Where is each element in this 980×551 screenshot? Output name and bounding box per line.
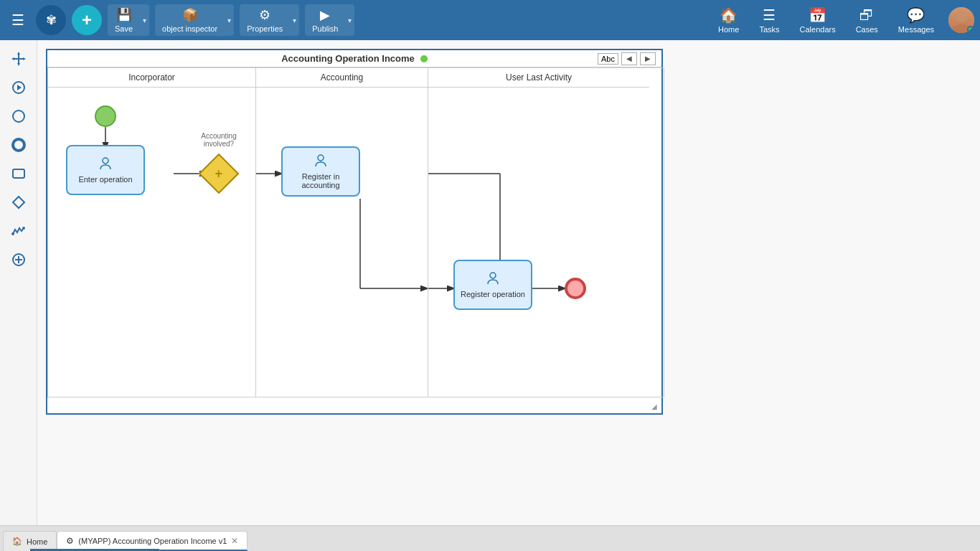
user-avatar[interactable]: [948, 7, 974, 33]
tab-close-button[interactable]: ✕: [231, 537, 238, 545]
save-icon: 💾: [116, 7, 132, 23]
properties-button[interactable]: ⚙ Properties: [240, 4, 290, 36]
tab-home[interactable]: 🏠 Home: [3, 531, 57, 551]
add-button[interactable]: +: [72, 5, 102, 35]
zoom-in-btn[interactable]: ▶: [640, 52, 656, 65]
publish-dropdown[interactable]: ▾: [345, 17, 354, 24]
register-accounting-icon: [314, 154, 328, 171]
register-operation-task[interactable]: Register operation: [453, 260, 532, 310]
canvas-area[interactable]: Accounting Operation Income Abc ◀ ▶ Inco…: [37, 40, 980, 525]
start-event[interactable]: [95, 105, 116, 127]
svg-point-0: [956, 11, 967, 22]
diagram-controls: Abc ◀ ▶: [598, 52, 656, 65]
add-tool[interactable]: [6, 247, 32, 273]
active-tab-label: (MYAPP) Accounting Operation Income v1: [78, 537, 227, 545]
thick-circle-tool[interactable]: [6, 132, 32, 158]
calendars-nav-button[interactable]: 📅 Calendars: [794, 4, 842, 37]
save-dropdown[interactable]: ▾: [140, 17, 149, 24]
accounting-svg: [256, 88, 428, 397]
diagram-container: Accounting Operation Income Abc ◀ ▶ Inco…: [46, 49, 663, 415]
svg-marker-4: [17, 52, 20, 55]
toolbar-left: ☰ ✾ + 💾 Save ▾ 📦 object inspector ▾ ⚙: [6, 4, 710, 36]
svg-rect-12: [13, 169, 24, 178]
svg-marker-9: [17, 85, 22, 90]
logo-icon: ✾: [46, 12, 57, 28]
save-button[interactable]: 💾 Save: [108, 4, 140, 36]
lane-user-content: Register operation: [428, 88, 649, 397]
bottom-tabbar: 🏠 Home ⚙ (MYAPP) Accounting Operation In…: [0, 525, 980, 551]
tab-active[interactable]: ⚙ (MYAPP) Accounting Operation Income v1…: [57, 531, 248, 551]
end-event[interactable]: [565, 278, 586, 299]
publish-group: ▶ Publish ▾: [305, 4, 354, 36]
properties-dropdown[interactable]: ▾: [290, 17, 299, 24]
svg-point-21: [103, 158, 108, 164]
lane-incorporator: Incorporator: [48, 68, 256, 397]
main-area: Accounting Operation Income Abc ◀ ▶ Inco…: [0, 40, 980, 525]
properties-icon: ⚙: [259, 7, 270, 23]
register-operation-label: Register operation: [461, 290, 525, 298]
home-nav-button[interactable]: 🏠 Home: [712, 4, 745, 37]
hamburger-button[interactable]: ☰: [6, 6, 30, 34]
user-task-icon: [98, 156, 113, 174]
object-inspector-dropdown[interactable]: ▾: [225, 17, 234, 24]
rectangle-tool[interactable]: [6, 161, 32, 187]
publish-button[interactable]: ▶ Publish: [305, 4, 345, 36]
diagram-header: Accounting Operation Income Abc ◀ ▶: [47, 50, 661, 67]
object-inspector-icon: 📦: [182, 7, 198, 23]
home-tab-icon: 🏠: [12, 537, 22, 546]
accounting-gateway[interactable]: +: [199, 154, 240, 194]
register-in-accounting-label: Register in accounting: [283, 172, 359, 189]
svg-marker-6: [11, 57, 14, 60]
status-indicator: [420, 55, 428, 62]
save-label: Save: [115, 24, 133, 33]
toolbar-right: 🏠 Home ☰ Tasks 📅 Calendars 🗗 Cases 💬 Mes…: [712, 4, 974, 37]
publish-icon: ▶: [320, 7, 330, 23]
svg-point-25: [318, 155, 324, 161]
home-icon: 🏠: [720, 6, 738, 24]
tasks-nav-button[interactable]: ☰ Tasks: [753, 4, 785, 37]
cases-nav-button[interactable]: 🗗 Cases: [850, 4, 884, 37]
lane-incorporator-header: Incorporator: [48, 68, 255, 88]
object-inspector-button[interactable]: 📦 object inspector: [155, 4, 225, 36]
save-group: 💾 Save ▾: [108, 4, 149, 36]
publish-label: Publish: [312, 24, 338, 33]
diagram-title: Accounting Operation Income: [281, 53, 415, 64]
online-indicator: [967, 26, 974, 33]
messages-nav-label: Messages: [898, 25, 934, 34]
calendars-icon: 📅: [809, 6, 826, 24]
enter-operation-task[interactable]: Enter operation: [66, 145, 145, 195]
object-inspector-label: object inspector: [162, 24, 217, 33]
right-arrow-tool[interactable]: [6, 75, 32, 100]
lane-user-last-activity: User Last Activity: [428, 68, 649, 397]
messages-nav-button[interactable]: 💬 Messages: [892, 4, 940, 37]
diamond-tool[interactable]: [6, 189, 32, 215]
lane-accounting-header: Accounting: [256, 68, 428, 88]
svg-point-30: [490, 273, 496, 278]
wave-tool[interactable]: [6, 218, 32, 244]
lane-incorporator-content: Enter operation + Accounting involved?: [48, 88, 255, 397]
lane-accounting-content: Register in accounting: [256, 88, 428, 397]
enter-operation-label: Enter operation: [78, 175, 132, 184]
svg-point-14: [11, 232, 14, 235]
move-tool[interactable]: [6, 46, 32, 72]
svg-marker-13: [13, 197, 24, 208]
tasks-icon: ☰: [763, 6, 776, 24]
home-nav-label: Home: [718, 25, 739, 34]
messages-icon: 💬: [907, 6, 925, 24]
zoom-out-btn[interactable]: ◀: [621, 52, 637, 65]
resize-handle[interactable]: ◢: [651, 403, 660, 412]
svg-marker-5: [17, 63, 20, 66]
properties-group: ⚙ Properties ▾: [240, 4, 299, 36]
properties-label: Properties: [247, 24, 283, 33]
gateway-icon: +: [215, 166, 223, 181]
register-in-accounting-task[interactable]: Register in accounting: [281, 146, 360, 197]
home-tab-label: Home: [27, 537, 47, 546]
svg-point-10: [13, 110, 24, 122]
label-icon[interactable]: Abc: [598, 53, 618, 65]
logo-button[interactable]: ✾: [36, 5, 66, 35]
calendars-nav-label: Calendars: [800, 25, 836, 34]
user-svg: [428, 88, 649, 397]
circle-tool[interactable]: [6, 103, 32, 129]
svg-point-15: [22, 227, 25, 230]
lane-accounting: Accounting: [256, 68, 428, 397]
